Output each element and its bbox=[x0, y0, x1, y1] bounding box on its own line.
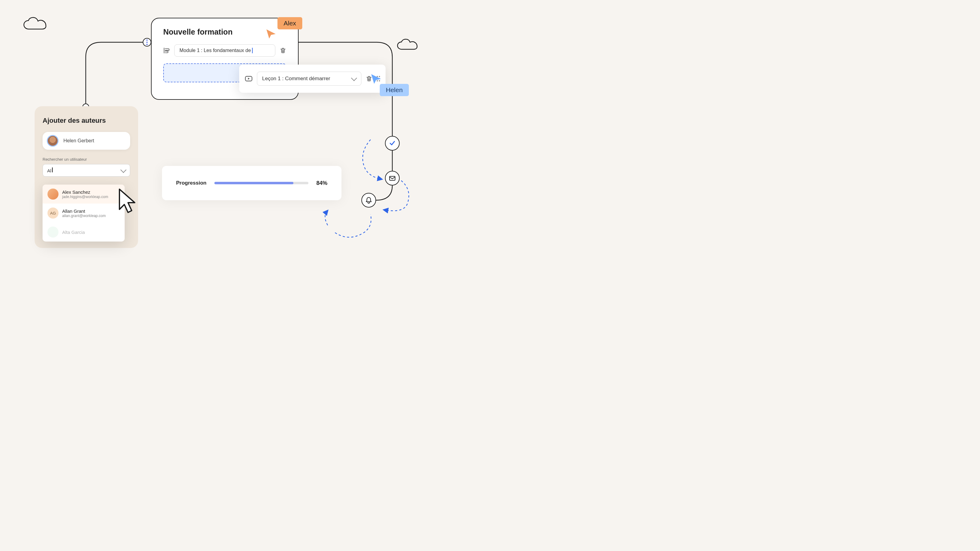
chevron-down-icon bbox=[351, 75, 357, 81]
dropdown-item-name: Alta Garcia bbox=[62, 230, 85, 235]
trash-icon[interactable] bbox=[280, 47, 286, 54]
alex-cursor-icon bbox=[266, 29, 277, 41]
progress-card: Progression 84% bbox=[162, 166, 342, 200]
progress-fill bbox=[215, 182, 293, 184]
add-authors-title: Ajouter des auteurs bbox=[43, 117, 130, 125]
dropdown-item-email: jade.higgins@workleap.com bbox=[62, 195, 108, 199]
search-user-input[interactable]: Al bbox=[43, 164, 130, 176]
svg-rect-1 bbox=[390, 176, 395, 180]
checkmark-icon[interactable] bbox=[385, 136, 400, 151]
author-chip-name: Helen Gerbert bbox=[64, 138, 94, 144]
cloud-icon bbox=[397, 38, 421, 52]
dropdown-item[interactable]: Alex Sanchez jade.higgins@workleap.com bbox=[43, 184, 125, 203]
avatar: AG bbox=[48, 208, 59, 219]
progress-label: Progression bbox=[176, 180, 207, 186]
avatar bbox=[48, 189, 59, 200]
alex-tag: Alex bbox=[277, 17, 302, 29]
module-title-input[interactable]: Module 1 : Les fondamentaux de bbox=[174, 44, 275, 57]
avatar bbox=[47, 135, 59, 147]
dropdown-item-email: allan.grant@workleap.com bbox=[62, 214, 106, 218]
mail-icon[interactable] bbox=[385, 171, 400, 186]
align-left-icon bbox=[163, 47, 170, 54]
module-input-text: Module 1 : Les fondamentaux de bbox=[180, 48, 251, 53]
lesson-title-input[interactable]: Leçon 1 : Comment démarrer bbox=[257, 71, 361, 86]
progress-value: 84% bbox=[317, 180, 328, 186]
video-icon bbox=[245, 75, 253, 83]
dropdown-item[interactable]: AG Allan Grant allan.grant@workleap.com bbox=[43, 203, 125, 222]
progress-bar bbox=[215, 182, 309, 184]
mouse-cursor-icon bbox=[118, 188, 138, 218]
user-search-dropdown: Alex Sanchez jade.higgins@workleap.com A… bbox=[43, 184, 125, 241]
drag-dots-icon[interactable] bbox=[143, 38, 151, 46]
author-chip[interactable]: Helen Gerbert bbox=[43, 132, 130, 150]
helen-tag: Helen bbox=[380, 84, 409, 96]
chevron-down-icon bbox=[120, 167, 126, 173]
lesson-input-text: Leçon 1 : Comment démarrer bbox=[262, 76, 330, 82]
cloud-icon bbox=[23, 17, 49, 32]
dropdown-item[interactable]: Alta Garcia bbox=[43, 222, 125, 241]
search-user-label: Rechercher un utilisateur bbox=[43, 157, 130, 162]
avatar bbox=[48, 227, 59, 238]
bell-icon[interactable] bbox=[361, 193, 376, 208]
lesson-card: Leçon 1 : Comment démarrer bbox=[239, 65, 385, 93]
dropdown-item-name: Alex Sanchez bbox=[62, 189, 108, 195]
search-value: Al bbox=[47, 168, 51, 173]
dropdown-item-name: Allan Grant bbox=[62, 208, 106, 214]
